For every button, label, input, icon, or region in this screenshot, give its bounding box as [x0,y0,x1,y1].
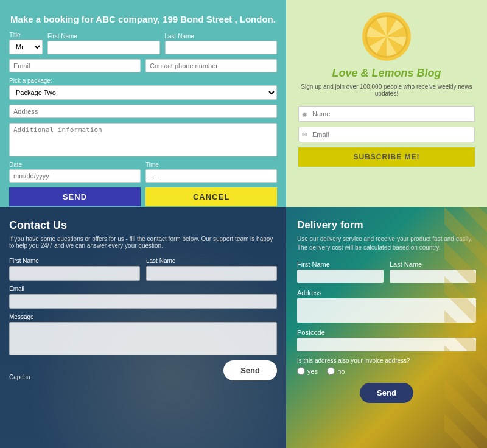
additional-input[interactable] [9,123,277,156]
person-icon: ◉ [302,111,307,117]
lemons-subtitle: Sign up and join over 100,000 people who… [298,83,475,97]
delivery-panel: Delivery form Use our delivery service a… [286,207,487,448]
booking-panel: Make a booking for ABC company, 199 Bond… [0,0,286,207]
lemon-logo [362,12,411,61]
contact-content: Contact Us If you have some questions or… [9,219,277,380]
invoice-yes-label[interactable]: yes [297,367,318,375]
last-name-input[interactable] [165,41,278,54]
send-button[interactable]: SEND [9,187,141,206]
contact-last-name-input[interactable] [146,266,277,281]
delivery-send-button[interactable]: Send [360,383,413,403]
package-select[interactable]: Package TwoPackage OnePackage Three [9,85,277,100]
email-icon: ✉ [302,131,307,138]
delivery-first-name-input[interactable] [297,270,384,283]
invoice-no-radio[interactable] [327,367,335,375]
contact-description: If you have some questions or offers for… [9,236,277,249]
contact-first-name-label: First Name [9,257,140,264]
package-label: Pick a package: [9,77,277,84]
first-name-label: First Name [47,33,160,40]
date-label: Date [9,161,141,168]
delivery-first-name-label: First Name [297,261,384,268]
delivery-decoration [444,207,487,448]
contact-send-button[interactable]: Send [223,360,277,380]
contact-email-input[interactable] [9,294,277,309]
contact-last-name-label: Last Name [146,257,277,264]
cancel-button[interactable]: CANCEL [145,187,277,206]
date-input[interactable] [9,169,141,183]
contact-title: Contact Us [9,219,277,232]
contact-form: First Name Last Name Email Message [9,257,277,380]
invoice-yes-radio[interactable] [297,367,305,375]
contact-first-name-input[interactable] [9,266,140,281]
lemons-form: ◉ ✉ SUBSCRIBE ME! [298,106,475,167]
first-name-input[interactable] [47,41,160,54]
address-input[interactable] [9,105,277,118]
email-input[interactable] [9,59,141,72]
title-label: Title [9,32,43,38]
booking-form: Title MrMrsMsDr First Name Last Name [6,32,280,206]
contact-email-label: Email [9,285,277,292]
contact-message-input[interactable] [9,322,277,355]
subscribe-button[interactable]: SUBSCRIBE ME! [298,147,475,167]
time-label: Time [145,161,277,168]
contact-message-label: Message [9,313,277,320]
time-input[interactable] [145,169,277,183]
invoice-no-label[interactable]: no [327,367,345,375]
title-select[interactable]: MrMrsMsDr [9,40,43,54]
lemons-name-input[interactable] [298,106,475,122]
captcha-label: Capcha [9,374,30,380]
last-name-label: Last Name [165,33,278,40]
booking-title: Make a booking for ABC company, 199 Bond… [10,14,276,24]
lemons-email-input[interactable] [298,127,475,142]
lemons-title: Love & Lemons Blog [332,67,441,80]
contact-panel: Contact Us If you have some questions or… [0,207,286,448]
phone-input[interactable] [145,59,277,72]
lemons-panel: Love & Lemons Blog Sign up and join over… [286,0,487,207]
